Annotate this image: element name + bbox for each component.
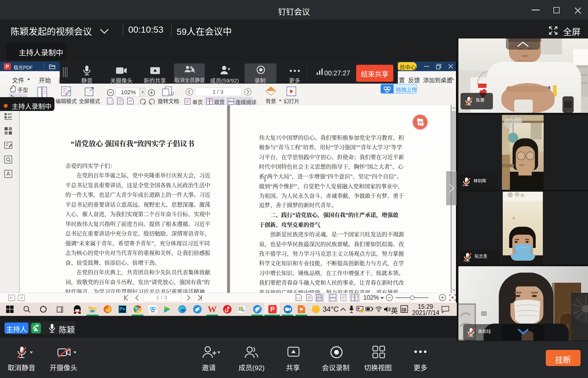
- svg-text:1:1: 1:1: [108, 100, 112, 103]
- svg-text:1:1: 1:1: [296, 297, 300, 300]
- svg-text:W: W: [419, 120, 423, 124]
